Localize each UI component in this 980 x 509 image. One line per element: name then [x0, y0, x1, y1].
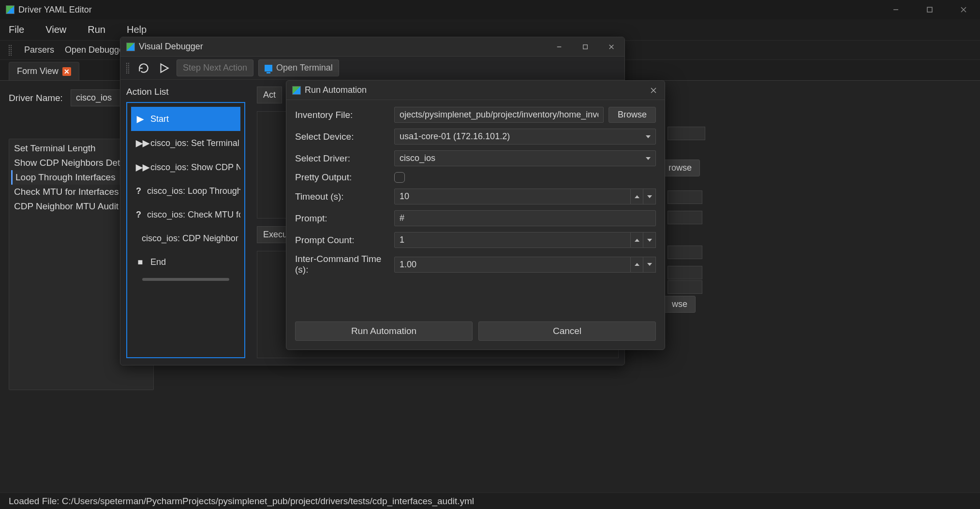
play-icon[interactable] — [156, 60, 172, 76]
action-item-label: Start — [150, 114, 169, 124]
step-next-action-button[interactable]: Step Next Action — [177, 59, 253, 76]
question-glyph-icon: ? — [136, 210, 141, 220]
statusbar: Loaded File: C:/Users/speterman/PycharmP… — [0, 493, 980, 509]
vd-title: Visual Debugger — [139, 42, 203, 52]
action-item[interactable]: cisco_ios: CDP Neighbor MTU Auc — [131, 227, 240, 250]
cancel-button[interactable]: Cancel — [478, 321, 656, 341]
bg-field-fragment — [668, 127, 705, 140]
vd-minimize-button[interactable] — [552, 40, 566, 54]
dialog-title: Run Automation — [305, 85, 367, 95]
vd-titlebar: Visual Debugger — [120, 37, 624, 57]
chevron-up-icon — [635, 239, 639, 242]
action-item[interactable]: ?cisco_ios: Check MTU for Inter — [131, 203, 240, 227]
bg-browse-button[interactable]: wse — [664, 296, 696, 313]
dialog-app-icon — [292, 86, 301, 95]
open-terminal-button[interactable]: Open Terminal — [258, 59, 339, 76]
select-driver-value: cisco_ios — [400, 153, 435, 163]
action-item[interactable]: ▶▶cisco_ios: Show CDP Neighbor — [131, 155, 240, 179]
main-titlebar: Driver YAML Editor — [0, 0, 980, 19]
bg-browse-button[interactable]: rowse — [660, 160, 700, 176]
spin-up-button[interactable] — [631, 232, 643, 248]
prompt-input[interactable] — [394, 210, 656, 226]
pretty-output-checkbox[interactable] — [394, 172, 405, 183]
toolbar-open-debugger[interactable]: Open Debugger — [65, 45, 127, 55]
svg-marker-8 — [161, 64, 168, 72]
select-driver-dropdown[interactable]: cisco_ios — [394, 150, 656, 166]
question-glyph-icon: ? — [136, 186, 141, 196]
ff-glyph-icon: ▶▶ — [136, 138, 145, 148]
stop-glyph-icon: ■ — [136, 257, 145, 267]
menu-help[interactable]: Help — [127, 24, 147, 35]
action-item[interactable]: ?cisco_ios: Loop Through Interf — [131, 179, 240, 203]
action-list-panel: Action List ▶Start ▶▶cisco_ios: Set Term… — [120, 80, 251, 365]
reload-icon[interactable] — [136, 60, 151, 76]
bg-field-fragment — [668, 211, 702, 224]
action-item[interactable]: ▶▶cisco_ios: Set Terminal Length — [131, 131, 240, 155]
action-item-label: cisco_ios: Check MTU for Inter — [147, 210, 240, 220]
maximize-button[interactable] — [919, 2, 940, 17]
select-driver-label: Select Driver: — [295, 153, 389, 164]
action-list-box[interactable]: ▶Start ▶▶cisco_ios: Set Terminal Length … — [126, 102, 245, 358]
bg-field-fragment — [668, 190, 702, 204]
pretty-output-label: Pretty Output: — [295, 172, 389, 183]
prompt-count-label: Prompt Count: — [295, 235, 389, 246]
spin-down-button[interactable] — [643, 257, 656, 273]
dialog-buttons: Run Automation Cancel — [286, 316, 665, 349]
monitor-icon — [265, 65, 272, 72]
action-item-end[interactable]: ■End — [131, 250, 240, 274]
step-label: Step Next Action — [183, 63, 247, 73]
vd-maximize-button[interactable] — [578, 40, 593, 54]
bg-field-fragment — [668, 246, 702, 259]
close-button[interactable] — [952, 2, 974, 17]
menu-run[interactable]: Run — [88, 24, 105, 35]
select-device-dropdown[interactable]: usa1-core-01 (172.16.101.2) — [394, 129, 656, 145]
vd-close-button[interactable] — [604, 40, 619, 54]
spin-up-button[interactable] — [631, 257, 643, 273]
spin-down-button[interactable] — [643, 189, 656, 204]
chevron-down-icon — [646, 157, 651, 160]
action-item-label: End — [150, 257, 166, 267]
bg-field-fragment — [668, 266, 702, 279]
inter-command-time-input[interactable] — [394, 257, 631, 273]
spin-up-button[interactable] — [631, 189, 643, 204]
action-list-title: Action List — [126, 87, 245, 97]
tab-label: Form View — [17, 66, 59, 76]
inter-command-time-label: Inter-Command Time (s): — [295, 254, 389, 275]
menu-file[interactable]: File — [9, 24, 24, 35]
action-item-label: cisco_ios: Set Terminal Length — [150, 138, 240, 148]
tab-form-view[interactable]: Form View ✕ — [9, 62, 79, 80]
play-glyph-icon: ▶ — [136, 114, 145, 124]
run-automation-button[interactable]: Run Automation — [295, 321, 473, 341]
status-text: Loaded File: C:/Users/speterman/PycharmP… — [9, 496, 474, 507]
browse-button[interactable]: Browse — [609, 107, 656, 123]
chevron-down-icon — [647, 239, 652, 242]
action-item-label: cisco_ios: Show CDP Neighbor — [150, 162, 240, 173]
app-title: Driver YAML Editor — [18, 5, 92, 15]
pane-tab-act[interactable]: Act — [257, 87, 282, 103]
app-icon — [6, 5, 15, 14]
prompt-count-input[interactable] — [394, 232, 631, 248]
dialog-close-button[interactable] — [648, 85, 659, 96]
driver-name-label: Driver Name: — [9, 93, 63, 103]
vd-toolbar-grip-icon — [126, 63, 129, 73]
horizontal-scrollbar[interactable] — [142, 278, 230, 281]
tab-close-icon[interactable]: ✕ — [62, 67, 71, 76]
menu-view[interactable]: View — [45, 24, 66, 35]
inventory-file-input[interactable] — [394, 107, 604, 123]
vd-app-icon — [126, 43, 135, 51]
chevron-down-icon — [646, 135, 651, 138]
minimize-button[interactable] — [885, 2, 906, 17]
action-item-start[interactable]: ▶Start — [131, 107, 240, 131]
action-item-label: cisco_ios: CDP Neighbor MTU Auc — [142, 233, 240, 244]
toolbar-parsers[interactable]: Parsers — [24, 45, 54, 55]
ff-glyph-icon: ▶▶ — [136, 162, 145, 173]
vd-toolbar: Step Next Action Open Terminal — [120, 57, 624, 80]
bg-field-fragment — [668, 280, 702, 294]
select-device-label: Select Device: — [295, 131, 389, 142]
timeout-label: Timeout (s): — [295, 191, 389, 202]
open-terminal-label: Open Terminal — [276, 63, 333, 73]
timeout-input[interactable] — [394, 189, 631, 204]
toolbar-grip-icon — [9, 45, 12, 56]
spin-down-button[interactable] — [643, 232, 656, 248]
dialog-titlebar: Run Automation — [286, 81, 665, 100]
